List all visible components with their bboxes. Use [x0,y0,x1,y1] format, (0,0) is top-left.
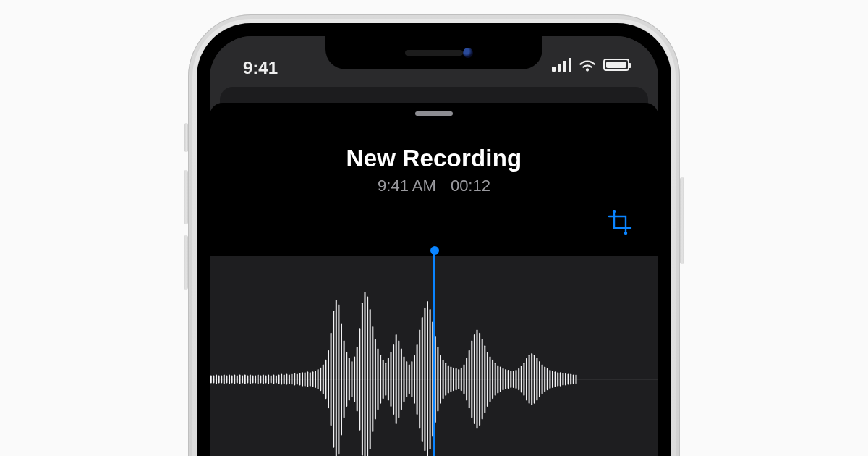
svg-point-1 [624,232,627,235]
volume-down-button[interactable] [184,235,188,290]
battery-icon [603,59,629,71]
sheet-grabber[interactable] [415,111,453,116]
crop-icon [608,210,632,235]
side-button[interactable] [680,177,684,264]
iphone-bezel: 9:41 [197,23,671,456]
status-bar-clock: 9:41 [243,58,278,78]
svg-point-0 [613,210,616,213]
notch [326,36,542,69]
waveform-panel[interactable] [210,256,658,456]
status-bar-indicators [552,58,629,72]
recording-sheet: New Recording 9:41 AM 00:12 [210,103,658,456]
earpiece [405,50,463,56]
trim-button[interactable] [608,210,632,235]
playhead-line [433,250,435,456]
mute-switch[interactable] [184,123,188,152]
playhead-dot [430,246,439,255]
recording-duration: 00:12 [451,177,490,195]
iphone-frame: 9:41 [188,14,680,456]
volume-up-button[interactable] [184,170,188,224]
wifi-icon [579,59,596,72]
recording-subtitle: 9:41 AM 00:12 [210,177,658,195]
screen: 9:41 [210,36,658,456]
cellular-signal-icon [552,58,571,72]
front-camera [463,48,473,58]
iphone-frame-inner: 9:41 [192,19,676,456]
recording-title[interactable]: New Recording [210,145,658,172]
recording-time-of-day: 9:41 AM [378,177,436,195]
